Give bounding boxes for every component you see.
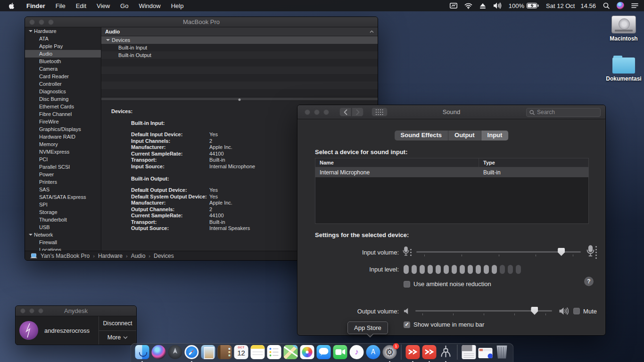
battery-indicator[interactable]: 100% — [509, 0, 539, 11]
table-row[interactable]: Internal MicrophoneBuilt-in — [315, 167, 588, 177]
dock-item-contacts[interactable] — [217, 345, 232, 360]
sidebar-item-camera[interactable]: Camera — [25, 65, 101, 73]
column-type[interactable]: Type — [479, 158, 495, 167]
sidebar-item-spi[interactable]: SPI — [25, 201, 101, 208]
column-name[interactable]: Name — [315, 158, 479, 167]
sidebar-item-power[interactable]: Power — [25, 171, 101, 178]
outline-row-built-in-input[interactable]: Built-in Input — [101, 44, 378, 51]
dock-item-document[interactable] — [462, 345, 477, 360]
dock-item-messages[interactable] — [316, 345, 331, 360]
outline-row-devices[interactable]: Devices — [101, 36, 378, 44]
dock-item-anydesk[interactable] — [405, 345, 421, 360]
sidebar-item-nvmexpress[interactable]: NVMExpress — [25, 148, 101, 156]
menu-go[interactable]: Go — [115, 2, 133, 9]
input-volume-slider[interactable] — [416, 247, 581, 257]
show-volume-row[interactable]: ✓ Show volume in menu bar — [404, 321, 597, 328]
menu-window[interactable]: Window — [133, 2, 165, 9]
sidebar-item-graphics-displays[interactable]: Graphics/Displays — [25, 125, 101, 133]
dock-item-safari[interactable] — [184, 345, 199, 360]
back-button[interactable] — [339, 107, 351, 116]
menu-edit[interactable]: Edit — [71, 2, 91, 9]
sidebar-item-diagnostics[interactable]: Diagnostics — [25, 88, 101, 95]
minimize-button[interactable] — [314, 109, 320, 115]
tab-input[interactable]: Input — [481, 131, 509, 140]
dock-item-trash[interactable] — [495, 345, 510, 360]
menu-view[interactable]: View — [91, 2, 115, 9]
sidebar-item-ethernet-cards[interactable]: Ethernet Cards — [25, 103, 101, 110]
sidebar-item-firewire[interactable]: FireWire — [25, 118, 101, 125]
menu-file[interactable]: File — [50, 2, 71, 9]
sidebar-item-sata-sata-express[interactable]: SATA/SATA Express — [25, 193, 101, 201]
wifi-icon[interactable] — [464, 0, 472, 11]
minimize-button[interactable] — [29, 308, 34, 313]
chevron-up-icon[interactable] — [370, 27, 374, 36]
input-volume-thumb[interactable] — [558, 248, 565, 256]
desktop-icon-dokumentasi[interactable]: Dokumentasi — [605, 56, 642, 82]
sidebar-item-sas[interactable]: SAS — [25, 186, 101, 193]
sidebar-item-fibre-channel[interactable]: Fibre Channel — [25, 110, 101, 118]
sidebar-item-apple-pay[interactable]: Apple Pay — [25, 42, 101, 50]
sidebar-item-audio[interactable]: Audio — [25, 50, 101, 58]
sidebar-item-network[interactable]: Network — [25, 231, 101, 239]
output-volume-thumb[interactable] — [531, 307, 538, 315]
siri-icon[interactable] — [617, 2, 624, 9]
sidebar-item-controller[interactable]: Controller — [25, 80, 101, 88]
sidebar-item-printers[interactable]: Printers — [25, 178, 101, 186]
dock-item-maps[interactable] — [283, 345, 298, 360]
dock-item-grabber[interactable] — [438, 345, 454, 360]
zoom-button[interactable] — [38, 308, 43, 313]
volume-icon[interactable] — [493, 0, 502, 11]
close-button[interactable] — [29, 19, 35, 25]
outline-row-built-in-output[interactable]: Built-in Output — [101, 51, 378, 59]
breadcrumb-item-hardware[interactable]: Hardware — [98, 253, 123, 259]
dock-item-photos[interactable] — [300, 345, 315, 360]
dock-item-system-preferences[interactable]: ⚙1 — [382, 345, 397, 360]
sidebar-item-hardware-raid[interactable]: Hardware RAID — [25, 133, 101, 140]
ambient-noise-row[interactable]: Use ambient noise reduction — [404, 280, 597, 288]
dock-item-facetime[interactable] — [333, 345, 348, 360]
sidebar-item-disc-burning[interactable]: Disc Burning — [25, 95, 101, 103]
sidebar-item-parallel-scsi[interactable]: Parallel SCSI — [25, 163, 101, 171]
sidebar-item-storage[interactable]: Storage — [25, 208, 101, 216]
search-input[interactable] — [537, 109, 597, 115]
dock-item-siri[interactable] — [151, 345, 166, 360]
close-button[interactable] — [305, 109, 310, 115]
sidebar-item-hardware[interactable]: Hardware — [25, 27, 101, 35]
menu-bar-clock[interactable]: Sat 12 Oct 14.56 — [546, 2, 596, 9]
breadcrumb-item-yan-s-macbook-pro[interactable]: Yan’s MacBook Pro — [41, 253, 90, 259]
tab-output[interactable]: Output — [448, 131, 481, 140]
apple-menu[interactable] — [6, 0, 21, 11]
help-button[interactable]: ? — [584, 277, 594, 286]
breadcrumb-item-devices[interactable]: Devices — [154, 253, 174, 259]
spotlight-icon[interactable] — [603, 0, 610, 11]
sidebar-item-usb[interactable]: USB — [25, 223, 101, 231]
notification-center-icon[interactable] — [631, 0, 638, 11]
show-all-grid-icon[interactable] — [372, 107, 388, 116]
sidebar-item-bluetooth[interactable]: Bluetooth — [25, 58, 101, 65]
dock-item-mail[interactable] — [201, 345, 216, 360]
minimize-button[interactable] — [39, 19, 44, 25]
disconnect-button[interactable]: Disconnect — [99, 316, 136, 331]
dock-item-itunes[interactable]: ♪ — [349, 345, 364, 360]
dock-item-screenshot[interactable] — [478, 345, 493, 360]
sysinfo-titlebar[interactable]: MacBook Pro — [25, 17, 378, 27]
sound-titlebar[interactable]: Sound — [297, 105, 605, 119]
close-button[interactable] — [20, 308, 25, 313]
splitter[interactable] — [101, 97, 378, 101]
zoom-button[interactable] — [323, 109, 329, 115]
zoom-button[interactable] — [48, 19, 54, 25]
dock-item-notes[interactable] — [250, 345, 265, 360]
dock-item-anydesk[interactable] — [422, 345, 437, 360]
dock-item-launchpad[interactable] — [168, 345, 183, 360]
eject-icon[interactable] — [479, 0, 486, 11]
sidebar-item-thunderbolt[interactable]: Thunderbolt — [25, 216, 101, 223]
sidebar-item-card-reader[interactable]: Card Reader — [25, 73, 101, 80]
forward-button[interactable] — [352, 107, 363, 116]
desktop-icon-macintosh[interactable]: Macintosh — [605, 16, 642, 42]
outline-header[interactable]: Audio — [101, 27, 378, 36]
show-volume-checkbox[interactable]: ✓ — [404, 321, 410, 328]
sidebar-item-locations[interactable]: Locations — [25, 246, 101, 251]
menu-app-name[interactable]: Finder — [21, 2, 50, 9]
more-button[interactable]: More — [99, 331, 136, 345]
anydesk-status-icon[interactable] — [450, 0, 457, 11]
